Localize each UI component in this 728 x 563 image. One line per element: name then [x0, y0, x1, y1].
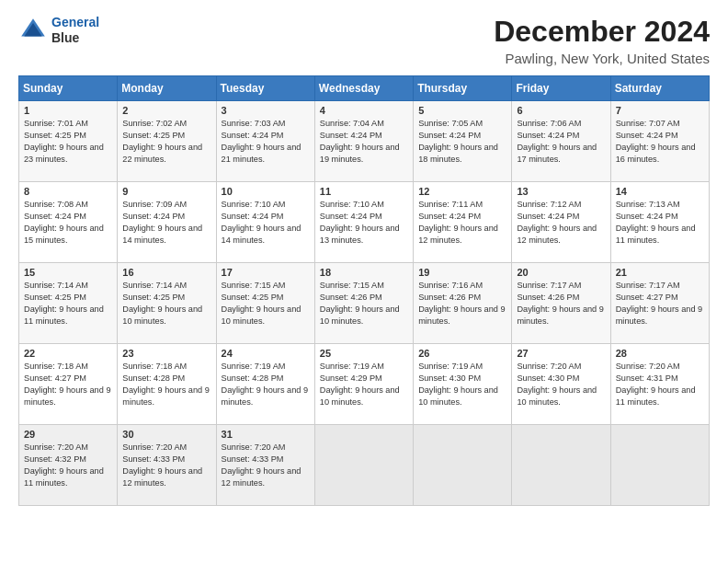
calendar-cell	[610, 425, 709, 506]
day-number: 24	[222, 348, 310, 359]
calendar-cell: 22Sunrise: 7:18 AM Sunset: 4:27 PM Dayli…	[19, 344, 118, 425]
calendar-cell: 21Sunrise: 7:17 AM Sunset: 4:27 PM Dayli…	[610, 263, 709, 344]
cell-content: Sunrise: 7:06 AM Sunset: 4:24 PM Dayligh…	[517, 118, 605, 166]
main-title: December 2024	[494, 15, 710, 49]
calendar-cell: 14Sunrise: 7:13 AM Sunset: 4:24 PM Dayli…	[610, 182, 709, 263]
calendar-cell: 25Sunrise: 7:19 AM Sunset: 4:29 PM Dayli…	[314, 344, 413, 425]
col-header-saturday: Saturday	[610, 76, 709, 101]
day-number: 27	[517, 348, 605, 359]
cell-content: Sunrise: 7:18 AM Sunset: 4:28 PM Dayligh…	[122, 361, 210, 408]
calendar-body: 1Sunrise: 7:01 AM Sunset: 4:25 PM Daylig…	[19, 101, 710, 506]
calendar-cell: 20Sunrise: 7:17 AM Sunset: 4:26 PM Dayli…	[512, 263, 610, 344]
calendar-cell: 1Sunrise: 7:01 AM Sunset: 4:25 PM Daylig…	[19, 101, 118, 182]
subtitle: Pawling, New York, United States	[494, 51, 710, 66]
calendar-table: SundayMondayTuesdayWednesdayThursdayFrid…	[18, 75, 710, 506]
calendar-cell: 16Sunrise: 7:14 AM Sunset: 4:25 PM Dayli…	[118, 263, 216, 344]
day-number: 17	[222, 267, 310, 278]
cell-content: Sunrise: 7:04 AM Sunset: 4:24 PM Dayligh…	[320, 118, 408, 166]
calendar-cell: 4Sunrise: 7:04 AM Sunset: 4:24 PM Daylig…	[314, 101, 413, 182]
cell-content: Sunrise: 7:20 AM Sunset: 4:33 PM Dayligh…	[222, 442, 310, 489]
week-row-3: 15Sunrise: 7:14 AM Sunset: 4:25 PM Dayli…	[19, 263, 710, 344]
day-number: 7	[616, 105, 704, 116]
logo-icon	[18, 16, 48, 45]
calendar-cell: 7Sunrise: 7:07 AM Sunset: 4:24 PM Daylig…	[610, 101, 709, 182]
calendar-cell: 31Sunrise: 7:20 AM Sunset: 4:33 PM Dayli…	[216, 425, 314, 506]
logo-text: General Blue	[51, 15, 99, 46]
col-header-thursday: Thursday	[414, 76, 512, 101]
day-number: 2	[122, 105, 210, 116]
calendar-cell: 17Sunrise: 7:15 AM Sunset: 4:25 PM Dayli…	[216, 263, 314, 344]
calendar-cell	[512, 425, 610, 506]
calendar-cell: 27Sunrise: 7:20 AM Sunset: 4:30 PM Dayli…	[512, 344, 610, 425]
day-number: 26	[418, 348, 506, 359]
week-row-4: 22Sunrise: 7:18 AM Sunset: 4:27 PM Dayli…	[19, 344, 710, 425]
cell-content: Sunrise: 7:15 AM Sunset: 4:26 PM Dayligh…	[320, 280, 408, 327]
day-number: 23	[122, 348, 210, 359]
col-header-wednesday: Wednesday	[314, 76, 413, 101]
cell-content: Sunrise: 7:17 AM Sunset: 4:26 PM Dayligh…	[517, 280, 605, 327]
cell-content: Sunrise: 7:10 AM Sunset: 4:24 PM Dayligh…	[222, 199, 310, 247]
cell-content: Sunrise: 7:02 AM Sunset: 4:25 PM Dayligh…	[122, 118, 210, 166]
header: General Blue December 2024 Pawling, New …	[18, 15, 710, 66]
calendar-cell: 24Sunrise: 7:19 AM Sunset: 4:28 PM Dayli…	[216, 344, 314, 425]
cell-content: Sunrise: 7:19 AM Sunset: 4:29 PM Dayligh…	[320, 361, 408, 408]
cell-content: Sunrise: 7:05 AM Sunset: 4:24 PM Dayligh…	[418, 118, 506, 166]
day-number: 6	[517, 105, 605, 116]
cell-content: Sunrise: 7:18 AM Sunset: 4:27 PM Dayligh…	[24, 361, 112, 408]
day-number: 29	[24, 429, 112, 440]
cell-content: Sunrise: 7:16 AM Sunset: 4:26 PM Dayligh…	[418, 280, 506, 327]
cell-content: Sunrise: 7:17 AM Sunset: 4:27 PM Dayligh…	[616, 280, 704, 327]
day-number: 3	[222, 105, 310, 116]
calendar-cell: 13Sunrise: 7:12 AM Sunset: 4:24 PM Dayli…	[512, 182, 610, 263]
cell-content: Sunrise: 7:01 AM Sunset: 4:25 PM Dayligh…	[24, 118, 112, 166]
cell-content: Sunrise: 7:08 AM Sunset: 4:24 PM Dayligh…	[24, 199, 112, 247]
cell-content: Sunrise: 7:20 AM Sunset: 4:33 PM Dayligh…	[122, 442, 210, 489]
day-number: 28	[616, 348, 704, 359]
calendar-cell: 10Sunrise: 7:10 AM Sunset: 4:24 PM Dayli…	[216, 182, 314, 263]
cell-content: Sunrise: 7:20 AM Sunset: 4:32 PM Dayligh…	[24, 442, 112, 489]
cell-content: Sunrise: 7:19 AM Sunset: 4:30 PM Dayligh…	[418, 361, 506, 408]
cell-content: Sunrise: 7:10 AM Sunset: 4:24 PM Dayligh…	[320, 199, 408, 247]
cell-content: Sunrise: 7:07 AM Sunset: 4:24 PM Dayligh…	[616, 118, 704, 166]
day-number: 31	[222, 429, 310, 440]
calendar-cell: 18Sunrise: 7:15 AM Sunset: 4:26 PM Dayli…	[314, 263, 413, 344]
calendar-cell: 28Sunrise: 7:20 AM Sunset: 4:31 PM Dayli…	[610, 344, 709, 425]
page: General Blue December 2024 Pawling, New …	[0, 0, 728, 563]
week-row-5: 29Sunrise: 7:20 AM Sunset: 4:32 PM Dayli…	[19, 425, 710, 506]
day-number: 8	[24, 186, 112, 197]
day-number: 9	[122, 186, 210, 197]
logo: General Blue	[18, 15, 99, 46]
calendar-header: SundayMondayTuesdayWednesdayThursdayFrid…	[19, 76, 710, 101]
cell-content: Sunrise: 7:12 AM Sunset: 4:24 PM Dayligh…	[517, 199, 605, 247]
week-row-2: 8Sunrise: 7:08 AM Sunset: 4:24 PM Daylig…	[19, 182, 710, 263]
day-number: 14	[616, 186, 704, 197]
cell-content: Sunrise: 7:19 AM Sunset: 4:28 PM Dayligh…	[222, 361, 310, 408]
calendar-cell: 2Sunrise: 7:02 AM Sunset: 4:25 PM Daylig…	[118, 101, 216, 182]
day-number: 4	[320, 105, 408, 116]
calendar-cell: 15Sunrise: 7:14 AM Sunset: 4:25 PM Dayli…	[19, 263, 118, 344]
day-number: 11	[320, 186, 408, 197]
calendar-cell: 3Sunrise: 7:03 AM Sunset: 4:24 PM Daylig…	[216, 101, 314, 182]
title-block: December 2024 Pawling, New York, United …	[494, 15, 710, 66]
day-number: 20	[517, 267, 605, 278]
cell-content: Sunrise: 7:20 AM Sunset: 4:30 PM Dayligh…	[517, 361, 605, 408]
cell-content: Sunrise: 7:11 AM Sunset: 4:24 PM Dayligh…	[418, 199, 506, 247]
calendar-cell: 30Sunrise: 7:20 AM Sunset: 4:33 PM Dayli…	[118, 425, 216, 506]
day-number: 15	[24, 267, 112, 278]
calendar-cell: 19Sunrise: 7:16 AM Sunset: 4:26 PM Dayli…	[414, 263, 512, 344]
calendar-cell: 6Sunrise: 7:06 AM Sunset: 4:24 PM Daylig…	[512, 101, 610, 182]
cell-content: Sunrise: 7:14 AM Sunset: 4:25 PM Dayligh…	[122, 280, 210, 327]
calendar-cell: 12Sunrise: 7:11 AM Sunset: 4:24 PM Dayli…	[414, 182, 512, 263]
day-number: 1	[24, 105, 112, 116]
week-row-1: 1Sunrise: 7:01 AM Sunset: 4:25 PM Daylig…	[19, 101, 710, 182]
day-number: 10	[222, 186, 310, 197]
day-number: 18	[320, 267, 408, 278]
calendar-cell: 5Sunrise: 7:05 AM Sunset: 4:24 PM Daylig…	[414, 101, 512, 182]
calendar-cell: 29Sunrise: 7:20 AM Sunset: 4:32 PM Dayli…	[19, 425, 118, 506]
cell-content: Sunrise: 7:09 AM Sunset: 4:24 PM Dayligh…	[122, 199, 210, 247]
col-header-tuesday: Tuesday	[216, 76, 314, 101]
calendar-cell: 8Sunrise: 7:08 AM Sunset: 4:24 PM Daylig…	[19, 182, 118, 263]
cell-content: Sunrise: 7:20 AM Sunset: 4:31 PM Dayligh…	[616, 361, 704, 408]
day-number: 25	[320, 348, 408, 359]
calendar-cell: 26Sunrise: 7:19 AM Sunset: 4:30 PM Dayli…	[414, 344, 512, 425]
